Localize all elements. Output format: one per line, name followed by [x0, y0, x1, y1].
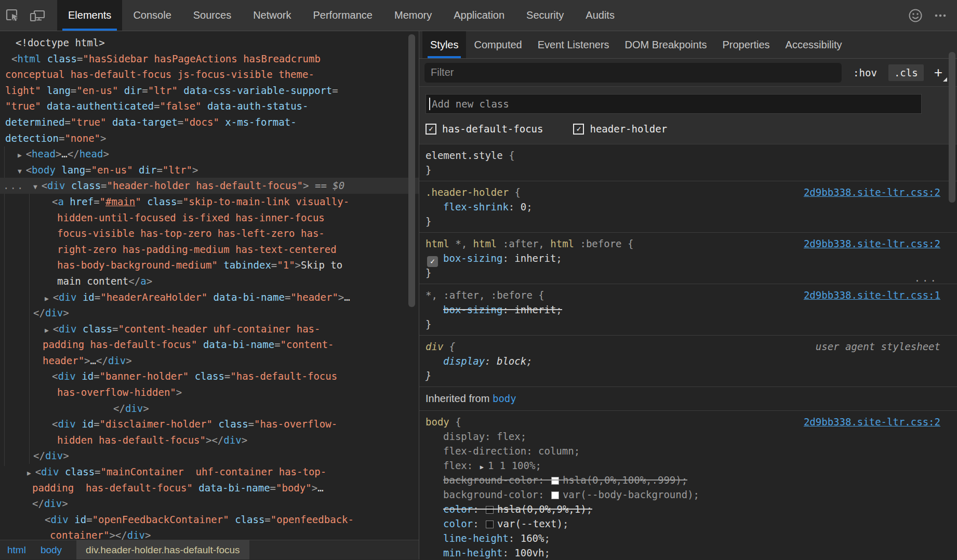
dom-tree-line[interactable]: ▶ <div class="content-header uhf-contain…: [0, 321, 419, 337]
tab-sources[interactable]: Sources: [182, 0, 242, 31]
filter-input[interactable]: Filter: [424, 63, 842, 83]
css-selector[interactable]: .header-holder {2d9bb338.site-ltr.css:2: [426, 185, 957, 199]
device-toolbar-icon[interactable]: [25, 0, 50, 31]
dom-tree-line[interactable]: <a href="#main" class="skip-to-main-link…: [0, 194, 419, 210]
dom-tree-line[interactable]: padding has-default-focus" data-bi-name=…: [0, 480, 419, 496]
css-property[interactable]: flex: ▶1 1 100%;: [426, 458, 957, 473]
breadcrumb-item[interactable]: body: [41, 544, 62, 556]
tab-network[interactable]: Network: [242, 0, 302, 31]
dom-tree-line[interactable]: <!doctype html>: [0, 35, 419, 51]
tab-performance[interactable]: Performance: [302, 0, 384, 31]
main-toolbar: ElementsConsoleSourcesNetworkPerformance…: [0, 0, 957, 31]
tab-security[interactable]: Security: [515, 0, 575, 31]
inspect-element-icon[interactable]: [0, 0, 25, 31]
css-rule: div {user agent stylesheetdisplay: block…: [419, 336, 957, 387]
dom-tree-line[interactable]: determined="true" data-target="docs" x-m…: [0, 114, 419, 130]
more-options-icon[interactable]: [928, 7, 953, 24]
tab-application[interactable]: Application: [443, 0, 515, 31]
styles-tab-computed[interactable]: Computed: [466, 31, 529, 58]
stylesheet-source-link[interactable]: 2d9bb338.site-ltr.css:1: [804, 288, 957, 302]
css-selector[interactable]: div {user agent stylesheet: [426, 339, 957, 354]
stylesheet-source-link[interactable]: 2d9bb338.site-ltr.css:2: [804, 415, 957, 429]
dom-tree-line[interactable]: hidden-until-focused is-fixed has-inner-…: [0, 210, 419, 226]
styles-panel: StylesComputedEvent ListenersDOM Breakpo…: [419, 31, 957, 559]
breadcrumb-item[interactable]: div.header-holder.has-default-focus: [76, 540, 249, 559]
css-selector[interactable]: html *, html :after, html :before {2d9bb…: [426, 236, 957, 251]
stylesheet-source-link[interactable]: 2d9bb338.site-ltr.css:2: [804, 185, 957, 199]
styles-tab-event-listeners[interactable]: Event Listeners: [530, 31, 617, 58]
color-swatch[interactable]: [486, 506, 494, 514]
dom-tree-line[interactable]: ▼ <body lang="en-us" dir="ltr">: [0, 162, 419, 178]
dom-tree-line[interactable]: </div>: [0, 448, 419, 464]
rule-more-actions-icon[interactable]: ...: [914, 272, 938, 284]
color-swatch[interactable]: [551, 477, 559, 485]
class-checkbox[interactable]: ✓: [573, 124, 584, 135]
inherited-node-link[interactable]: body: [493, 393, 516, 404]
dom-tree-line[interactable]: has-body-background-medium" tabindex="1"…: [0, 257, 419, 273]
color-swatch[interactable]: [551, 491, 559, 499]
dom-tree-line[interactable]: <div id="openFeedbackContainer" class="o…: [0, 512, 419, 528]
css-property[interactable]: background-color: hsla(0,0%,100%,.999);: [426, 473, 957, 487]
dom-tree-line[interactable]: <html class="hasSidebar hasPageActions h…: [0, 51, 419, 67]
styles-tab-dom-breakpoints[interactable]: DOM Breakpoints: [617, 31, 715, 58]
tab-memory[interactable]: Memory: [383, 0, 443, 31]
tab-elements[interactable]: Elements: [57, 0, 122, 31]
dom-tree-line[interactable]: ▶ <head>…</head>: [0, 146, 419, 162]
feedback-smiley-icon[interactable]: [903, 7, 928, 24]
expand-shorthand-icon[interactable]: ▶: [480, 463, 484, 471]
dom-tree-line[interactable]: padding has-default-focus" data-bi-name=…: [0, 337, 419, 353]
css-property[interactable]: display: block;: [426, 354, 957, 368]
css-property[interactable]: ✓box-sizing: inherit;: [426, 251, 957, 265]
css-property[interactable]: box-sizing: inherit;: [426, 302, 957, 317]
tab-console[interactable]: Console: [122, 0, 182, 31]
styles-tab-properties[interactable]: Properties: [714, 31, 777, 58]
class-checkbox[interactable]: ✓: [426, 124, 436, 135]
breadcrumb-item[interactable]: html: [7, 544, 26, 556]
css-property[interactable]: background-color: var(--body-background)…: [426, 487, 957, 502]
dom-tree-line[interactable]: container"></div>: [0, 527, 419, 540]
new-style-rule-button[interactable]: +: [934, 65, 942, 80]
dom-tree-line[interactable]: <div id="banner-holder" class="has-defau…: [0, 368, 419, 384]
styles-tab-styles[interactable]: Styles: [422, 31, 466, 58]
dom-tree-line[interactable]: header">…</div>: [0, 353, 419, 369]
dom-tree-line[interactable]: conceptual has-default-focus js-focus-vi…: [0, 66, 419, 83]
css-property[interactable]: color: hsla(0,0%,9%,1);: [426, 502, 957, 516]
dom-tree-line[interactable]: ▶ <div class="mainContainer uhf-containe…: [0, 464, 419, 480]
dom-tree-line[interactable]: has-overflow-hidden">: [0, 384, 419, 401]
dom-tree-line[interactable]: main content</a>: [0, 273, 419, 289]
elements-scrollbar-thumb[interactable]: [408, 34, 415, 307]
css-property[interactable]: line-height: 160%;: [426, 531, 957, 545]
dom-tree-line[interactable]: right-zero has-padding-medium has-text-c…: [0, 242, 419, 258]
dom-tree-line[interactable]: </div>: [0, 496, 419, 512]
dom-tree-line[interactable]: detection="none">: [0, 130, 419, 146]
add-class-input[interactable]: Add new class: [426, 94, 922, 114]
css-property[interactable]: color: var(--text);: [426, 516, 957, 531]
color-swatch[interactable]: [486, 521, 494, 528]
cls-toggle-button[interactable]: .cls: [888, 64, 924, 81]
styles-tab-accessibility[interactable]: Accessibility: [778, 31, 850, 58]
tab-audits[interactable]: Audits: [575, 0, 626, 31]
css-property[interactable]: flex-shrink: 0;: [426, 199, 957, 214]
hov-toggle-button[interactable]: :hov: [853, 67, 877, 78]
styles-scrollbar-thumb[interactable]: [949, 52, 955, 203]
dom-tree-line-selected[interactable]: ▼ <div class="header-holder has-default-…: [0, 178, 419, 194]
dom-tree-line[interactable]: </div>: [0, 305, 419, 321]
css-property[interactable]: flex-direction: column;: [426, 444, 957, 458]
class-toggle: ✓has-default-focus: [426, 123, 543, 135]
dom-tree-line[interactable]: <div id="disclaimer-holder" class="has-o…: [0, 416, 419, 432]
dom-tree-line[interactable]: light" lang="en-us" dir="ltr" data-css-v…: [0, 83, 419, 99]
dom-tree-line[interactable]: focus-visible has-top-zero has-left-zero…: [0, 225, 419, 242]
css-selector[interactable]: *, :after, :before {2d9bb338.site-ltr.cs…: [426, 288, 957, 302]
css-selector[interactable]: body {2d9bb338.site-ltr.css:2: [426, 415, 957, 429]
css-selector[interactable]: element.style {: [426, 148, 957, 163]
stylesheet-source-link[interactable]: 2d9bb338.site-ltr.css:2: [804, 236, 957, 251]
dom-tree-line[interactable]: ▶ <div id="headerAreaHolder" data-bi-nam…: [0, 289, 419, 305]
dom-tree-line[interactable]: </div>: [0, 401, 419, 417]
dom-tree-line[interactable]: hidden has-default-focus"></div>: [0, 432, 419, 448]
rule-close-brace: }: [426, 317, 957, 331]
dom-tree-line[interactable]: "true" data-authenticated="false" data-a…: [0, 98, 419, 114]
css-property[interactable]: min-height: 100vh;: [426, 545, 957, 559]
css-property[interactable]: display: flex;: [426, 429, 957, 444]
active-tab-underline: [428, 56, 461, 58]
node-menu-dots-icon[interactable]: ...: [3, 178, 24, 194]
